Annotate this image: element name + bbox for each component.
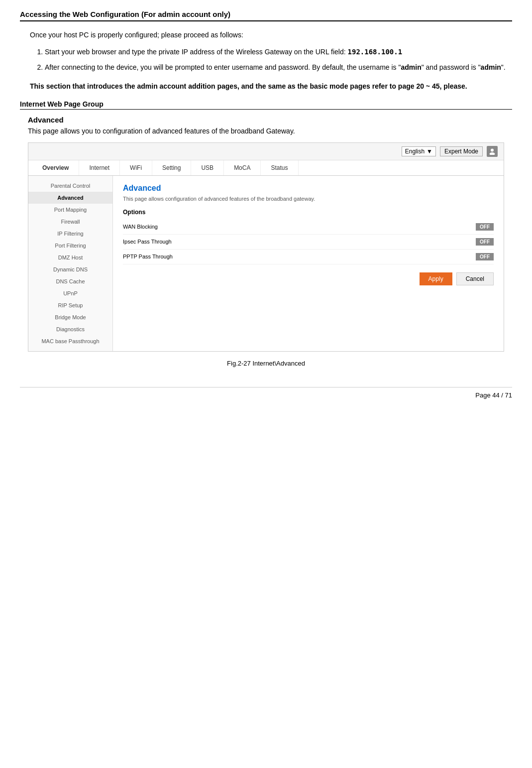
sidebar-bridge-mode[interactable]: Bridge Mode <box>28 311 112 323</box>
nav-overview[interactable]: Overview <box>32 160 79 175</box>
sidebar-port-mapping[interactable]: Port Mapping <box>28 204 112 216</box>
sidebar-upnp[interactable]: UPnP <box>28 287 112 299</box>
password-bold: admin <box>481 63 501 71</box>
wan-blocking-label: WAN Blocking <box>123 224 158 230</box>
router-ui-mockup: English ▼ Expert Mode Overview Internet … <box>28 142 504 352</box>
nav-moca[interactable]: MoCA <box>224 160 261 175</box>
sidebar-dns-cache[interactable]: DNS Cache <box>28 275 112 287</box>
content-title: Advanced <box>123 184 494 193</box>
intro-text: Once your host PC is properly configured… <box>30 29 512 40</box>
nav-setting[interactable]: Setting <box>152 160 191 175</box>
sidebar-firewall[interactable]: Firewall <box>28 216 112 228</box>
router-body: Parental Control Advanced Port Mapping F… <box>28 176 504 351</box>
sidebar-rip-setup[interactable]: RIP Setup <box>28 299 112 311</box>
router-topbar: English ▼ Expert Mode <box>28 143 504 160</box>
sidebar-mac-passthrough[interactable]: MAC base Passthrough <box>28 335 112 347</box>
steps-list: Start your web browser and type the priv… <box>45 46 512 73</box>
pptp-passthrough-row: PPTP Pass Through OFF <box>123 250 494 264</box>
step1-ip-value: 192.168.100.1 <box>348 48 403 56</box>
language-selector[interactable]: English ▼ <box>402 146 436 156</box>
options-section: Options WAN Blocking OFF Ipsec Pass Thro… <box>123 209 494 264</box>
step-1: Start your web browser and type the priv… <box>45 46 512 57</box>
ipsec-passthrough-row: Ipsec Pass Through OFF <box>123 235 494 250</box>
sidebar-port-filtering[interactable]: Port Filtering <box>28 240 112 252</box>
sidebar-ip-filtering[interactable]: IP Filtering <box>28 228 112 240</box>
cancel-button[interactable]: Cancel <box>456 272 494 285</box>
user-icon[interactable] <box>487 146 498 157</box>
subsection-title: Advanced <box>28 116 512 124</box>
pptp-toggle[interactable]: OFF <box>476 253 494 260</box>
sidebar-diagnostics[interactable]: Diagnostics <box>28 323 112 335</box>
subsection-desc: This page allows you to configuration of… <box>28 126 512 136</box>
page-footer: Page 44 / 71 <box>20 387 512 399</box>
step-2: After connecting to the device, you will… <box>45 62 512 73</box>
router-main-content: Advanced This page allows configuration … <box>113 176 504 351</box>
nav-wifi[interactable]: WiFi <box>120 160 152 175</box>
section-header: Internet Web Page Group <box>20 100 512 110</box>
sidebar-parental-control[interactable]: Parental Control <box>28 180 112 192</box>
username-bold: admin <box>401 63 421 71</box>
highlight-note: This section that introduces the admin a… <box>30 81 512 92</box>
pptp-label: PPTP Pass Through <box>123 254 173 259</box>
step1-text: Start your web browser and type the priv… <box>45 48 348 56</box>
router-sidebar: Parental Control Advanced Port Mapping F… <box>28 176 113 351</box>
svg-point-1 <box>490 152 495 155</box>
sidebar-advanced[interactable]: Advanced <box>28 192 112 204</box>
sidebar-dmz-host[interactable]: DMZ Host <box>28 252 112 263</box>
nav-status[interactable]: Status <box>261 160 298 175</box>
nav-usb[interactable]: USB <box>191 160 224 175</box>
router-nav: Overview Internet WiFi Setting USB MoCA … <box>28 160 504 176</box>
wan-blocking-row: WAN Blocking OFF <box>123 220 494 235</box>
content-description: This page allows configuration of advanc… <box>123 196 494 202</box>
sidebar-dynamic-dns[interactable]: Dynamic DNS <box>28 263 112 275</box>
apply-button[interactable]: Apply <box>420 272 452 285</box>
ipsec-toggle[interactable]: OFF <box>476 238 494 246</box>
language-label: English <box>405 148 425 155</box>
user-avatar-icon <box>489 148 496 155</box>
svg-point-0 <box>491 148 494 151</box>
language-arrow: ▼ <box>426 148 432 155</box>
page-title: Accessing the Web Configuration (For adm… <box>20 10 512 21</box>
step2-text: After connecting to the device, you will… <box>45 63 506 71</box>
figure-caption: Fig.2-27 Internet\Advanced <box>20 360 512 367</box>
action-buttons: Apply Cancel <box>123 272 494 285</box>
expert-mode-button[interactable]: Expert Mode <box>440 146 483 156</box>
nav-internet[interactable]: Internet <box>79 160 120 175</box>
options-label: Options <box>123 209 494 216</box>
ipsec-label: Ipsec Pass Through <box>123 239 172 245</box>
wan-blocking-toggle[interactable]: OFF <box>476 223 494 231</box>
